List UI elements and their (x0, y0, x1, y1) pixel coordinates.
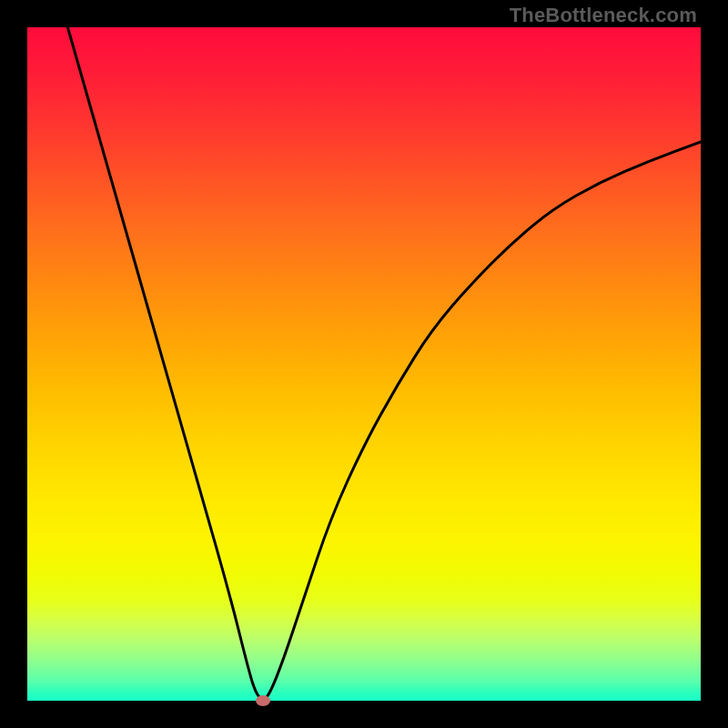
watermark-text: TheBottleneck.com (510, 4, 697, 27)
minimum-marker (256, 695, 270, 706)
bottleneck-curve (67, 27, 701, 699)
plot-area (27, 27, 701, 701)
chart-frame: TheBottleneck.com (0, 0, 728, 728)
curve-svg (27, 27, 701, 701)
